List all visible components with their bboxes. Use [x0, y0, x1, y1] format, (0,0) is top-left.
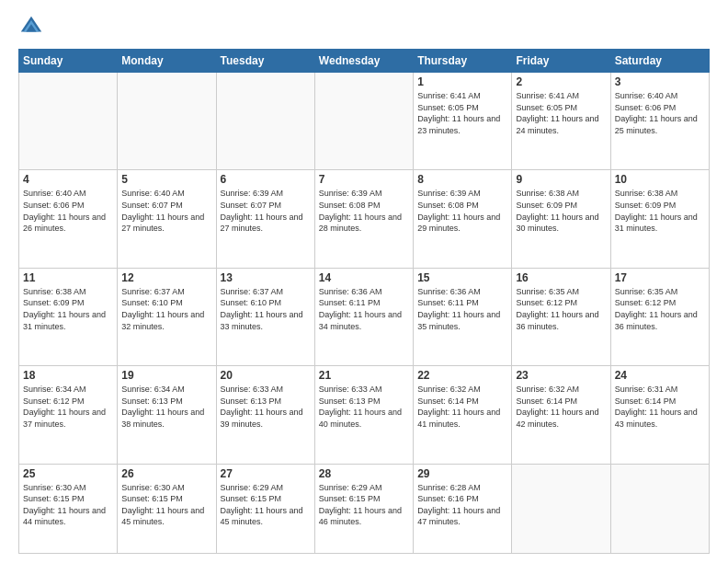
calendar-cell — [19, 73, 118, 170]
calendar-cell — [610, 464, 709, 553]
day-info: Sunrise: 6:28 AM Sunset: 6:16 PM Dayligh… — [417, 482, 507, 528]
calendar-cell: 13Sunrise: 6:37 AM Sunset: 6:10 PM Dayli… — [216, 268, 314, 365]
day-number: 16 — [516, 271, 606, 284]
day-info: Sunrise: 6:30 AM Sunset: 6:15 PM Dayligh… — [23, 482, 113, 528]
calendar-cell: 28Sunrise: 6:29 AM Sunset: 6:15 PM Dayli… — [314, 464, 413, 553]
day-info: Sunrise: 6:35 AM Sunset: 6:12 PM Dayligh… — [516, 286, 606, 332]
logo-icon — [18, 14, 44, 40]
day-info: Sunrise: 6:33 AM Sunset: 6:13 PM Dayligh… — [319, 384, 409, 430]
day-number: 5 — [121, 173, 211, 186]
calendar-cell — [512, 464, 610, 553]
calendar-cell: 11Sunrise: 6:38 AM Sunset: 6:09 PM Dayli… — [19, 268, 118, 365]
day-info: Sunrise: 6:41 AM Sunset: 6:05 PM Dayligh… — [417, 90, 507, 136]
weekday-header: Tuesday — [216, 50, 314, 73]
day-info: Sunrise: 6:34 AM Sunset: 6:13 PM Dayligh… — [121, 384, 211, 430]
calendar-cell: 7Sunrise: 6:39 AM Sunset: 6:08 PM Daylig… — [314, 170, 413, 268]
calendar-cell: 27Sunrise: 6:29 AM Sunset: 6:15 PM Dayli… — [216, 464, 314, 553]
day-info: Sunrise: 6:38 AM Sunset: 6:09 PM Dayligh… — [516, 188, 606, 234]
day-info: Sunrise: 6:34 AM Sunset: 6:12 PM Dayligh… — [23, 384, 113, 430]
weekday-header: Thursday — [414, 50, 512, 73]
calendar-cell: 22Sunrise: 6:32 AM Sunset: 6:14 PM Dayli… — [414, 366, 512, 464]
day-info: Sunrise: 6:35 AM Sunset: 6:12 PM Dayligh… — [615, 286, 705, 332]
calendar-week-row: 1Sunrise: 6:41 AM Sunset: 6:05 PM Daylig… — [19, 73, 710, 170]
day-info: Sunrise: 6:40 AM Sunset: 6:06 PM Dayligh… — [615, 90, 705, 136]
calendar-cell: 6Sunrise: 6:39 AM Sunset: 6:07 PM Daylig… — [216, 170, 314, 268]
calendar-cell: 1Sunrise: 6:41 AM Sunset: 6:05 PM Daylig… — [414, 73, 512, 170]
day-number: 6 — [221, 173, 311, 186]
day-info: Sunrise: 6:32 AM Sunset: 6:14 PM Dayligh… — [516, 384, 606, 430]
day-number: 12 — [121, 271, 211, 284]
day-number: 13 — [221, 271, 311, 284]
calendar-cell: 23Sunrise: 6:32 AM Sunset: 6:14 PM Dayli… — [512, 366, 610, 464]
day-info: Sunrise: 6:39 AM Sunset: 6:08 PM Dayligh… — [319, 188, 409, 234]
calendar-week-row: 18Sunrise: 6:34 AM Sunset: 6:12 PM Dayli… — [19, 366, 710, 464]
page: SundayMondayTuesdayWednesdayThursdayFrid… — [0, 0, 728, 563]
day-number: 29 — [417, 467, 507, 480]
calendar-cell: 17Sunrise: 6:35 AM Sunset: 6:12 PM Dayli… — [610, 268, 709, 365]
weekday-header: Monday — [118, 50, 216, 73]
calendar-cell: 14Sunrise: 6:36 AM Sunset: 6:11 PM Dayli… — [314, 268, 413, 365]
day-number: 22 — [417, 369, 507, 382]
calendar-cell: 8Sunrise: 6:39 AM Sunset: 6:08 PM Daylig… — [414, 170, 512, 268]
day-info: Sunrise: 6:41 AM Sunset: 6:05 PM Dayligh… — [516, 90, 606, 136]
day-info: Sunrise: 6:29 AM Sunset: 6:15 PM Dayligh… — [319, 482, 409, 528]
calendar-cell: 3Sunrise: 6:40 AM Sunset: 6:06 PM Daylig… — [610, 73, 709, 170]
day-number: 19 — [121, 369, 211, 382]
calendar-cell: 2Sunrise: 6:41 AM Sunset: 6:05 PM Daylig… — [512, 73, 610, 170]
weekday-header: Wednesday — [314, 50, 413, 73]
day-number: 4 — [23, 173, 113, 186]
day-number: 3 — [615, 75, 705, 88]
day-number: 1 — [417, 75, 507, 88]
calendar-cell: 16Sunrise: 6:35 AM Sunset: 6:12 PM Dayli… — [512, 268, 610, 365]
day-info: Sunrise: 6:40 AM Sunset: 6:06 PM Dayligh… — [23, 188, 113, 234]
day-number: 9 — [516, 173, 606, 186]
header — [18, 14, 710, 40]
day-number: 21 — [319, 369, 409, 382]
calendar-week-row: 25Sunrise: 6:30 AM Sunset: 6:15 PM Dayli… — [19, 464, 710, 553]
day-number: 27 — [221, 467, 311, 480]
calendar-cell: 19Sunrise: 6:34 AM Sunset: 6:13 PM Dayli… — [118, 366, 216, 464]
day-info: Sunrise: 6:36 AM Sunset: 6:11 PM Dayligh… — [417, 286, 507, 332]
day-info: Sunrise: 6:39 AM Sunset: 6:08 PM Dayligh… — [417, 188, 507, 234]
day-number: 15 — [417, 271, 507, 284]
calendar-table: SundayMondayTuesdayWednesdayThursdayFrid… — [18, 49, 710, 554]
day-number: 17 — [615, 271, 705, 284]
calendar-cell — [216, 73, 314, 170]
day-number: 26 — [121, 467, 211, 480]
calendar-cell: 5Sunrise: 6:40 AM Sunset: 6:07 PM Daylig… — [118, 170, 216, 268]
weekday-header: Friday — [512, 50, 610, 73]
calendar-cell: 26Sunrise: 6:30 AM Sunset: 6:15 PM Dayli… — [118, 464, 216, 553]
day-info: Sunrise: 6:37 AM Sunset: 6:10 PM Dayligh… — [121, 286, 211, 332]
day-info: Sunrise: 6:40 AM Sunset: 6:07 PM Dayligh… — [121, 188, 211, 234]
calendar-cell: 21Sunrise: 6:33 AM Sunset: 6:13 PM Dayli… — [314, 366, 413, 464]
day-number: 2 — [516, 75, 606, 88]
day-info: Sunrise: 6:38 AM Sunset: 6:09 PM Dayligh… — [615, 188, 705, 234]
day-info: Sunrise: 6:29 AM Sunset: 6:15 PM Dayligh… — [221, 482, 311, 528]
day-info: Sunrise: 6:31 AM Sunset: 6:14 PM Dayligh… — [615, 384, 705, 430]
day-number: 20 — [221, 369, 311, 382]
day-info: Sunrise: 6:33 AM Sunset: 6:13 PM Dayligh… — [221, 384, 311, 430]
calendar-cell: 18Sunrise: 6:34 AM Sunset: 6:12 PM Dayli… — [19, 366, 118, 464]
calendar-cell: 9Sunrise: 6:38 AM Sunset: 6:09 PM Daylig… — [512, 170, 610, 268]
day-info: Sunrise: 6:37 AM Sunset: 6:10 PM Dayligh… — [221, 286, 311, 332]
calendar-cell: 25Sunrise: 6:30 AM Sunset: 6:15 PM Dayli… — [19, 464, 118, 553]
weekday-header: Saturday — [610, 50, 709, 73]
calendar-week-row: 11Sunrise: 6:38 AM Sunset: 6:09 PM Dayli… — [19, 268, 710, 365]
day-number: 18 — [23, 369, 113, 382]
day-number: 23 — [516, 369, 606, 382]
weekday-header: Sunday — [19, 50, 118, 73]
calendar-week-row: 4Sunrise: 6:40 AM Sunset: 6:06 PM Daylig… — [19, 170, 710, 268]
day-info: Sunrise: 6:30 AM Sunset: 6:15 PM Dayligh… — [121, 482, 211, 528]
calendar-cell: 10Sunrise: 6:38 AM Sunset: 6:09 PM Dayli… — [610, 170, 709, 268]
day-info: Sunrise: 6:38 AM Sunset: 6:09 PM Dayligh… — [23, 286, 113, 332]
day-number: 11 — [23, 271, 113, 284]
day-number: 7 — [319, 173, 409, 186]
calendar-cell: 4Sunrise: 6:40 AM Sunset: 6:06 PM Daylig… — [19, 170, 118, 268]
calendar-cell — [314, 73, 413, 170]
day-number: 28 — [319, 467, 409, 480]
day-info: Sunrise: 6:39 AM Sunset: 6:07 PM Dayligh… — [221, 188, 311, 234]
calendar-cell: 12Sunrise: 6:37 AM Sunset: 6:10 PM Dayli… — [118, 268, 216, 365]
calendar-header-row: SundayMondayTuesdayWednesdayThursdayFrid… — [19, 50, 710, 73]
calendar-cell — [118, 73, 216, 170]
day-number: 8 — [417, 173, 507, 186]
